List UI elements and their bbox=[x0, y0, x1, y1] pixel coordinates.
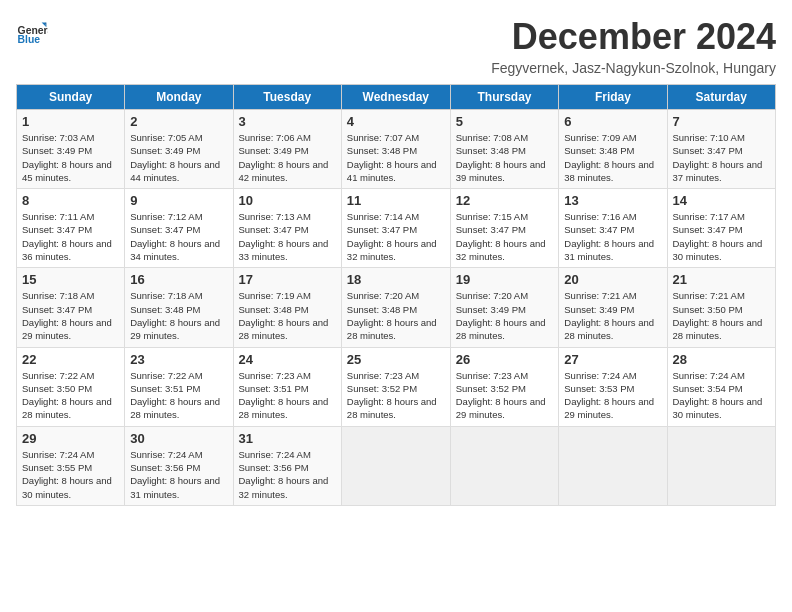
calendar-day-cell bbox=[450, 426, 559, 505]
calendar-day-cell: 28Sunrise: 7:24 AMSunset: 3:54 PMDayligh… bbox=[667, 347, 776, 426]
logo-icon: General Blue bbox=[16, 16, 48, 48]
day-number: 26 bbox=[456, 352, 554, 367]
calendar-day-cell bbox=[559, 426, 667, 505]
calendar-day-cell: 15Sunrise: 7:18 AMSunset: 3:47 PMDayligh… bbox=[17, 268, 125, 347]
calendar-day-cell: 5Sunrise: 7:08 AMSunset: 3:48 PMDaylight… bbox=[450, 110, 559, 189]
day-info: Sunrise: 7:03 AMSunset: 3:49 PMDaylight:… bbox=[22, 131, 119, 184]
day-info: Sunrise: 7:11 AMSunset: 3:47 PMDaylight:… bbox=[22, 210, 119, 263]
day-number: 15 bbox=[22, 272, 119, 287]
day-of-week-header: Monday bbox=[125, 85, 233, 110]
day-info: Sunrise: 7:22 AMSunset: 3:50 PMDaylight:… bbox=[22, 369, 119, 422]
day-number: 27 bbox=[564, 352, 661, 367]
calendar-day-cell: 18Sunrise: 7:20 AMSunset: 3:48 PMDayligh… bbox=[341, 268, 450, 347]
svg-text:Blue: Blue bbox=[18, 34, 41, 45]
day-info: Sunrise: 7:15 AMSunset: 3:47 PMDaylight:… bbox=[456, 210, 554, 263]
day-of-week-header: Wednesday bbox=[341, 85, 450, 110]
day-number: 18 bbox=[347, 272, 445, 287]
day-info: Sunrise: 7:18 AMSunset: 3:48 PMDaylight:… bbox=[130, 289, 227, 342]
calendar-day-cell bbox=[667, 426, 776, 505]
day-of-week-header: Saturday bbox=[667, 85, 776, 110]
calendar-day-cell: 21Sunrise: 7:21 AMSunset: 3:50 PMDayligh… bbox=[667, 268, 776, 347]
day-number: 4 bbox=[347, 114, 445, 129]
day-of-week-header: Thursday bbox=[450, 85, 559, 110]
calendar-day-cell: 25Sunrise: 7:23 AMSunset: 3:52 PMDayligh… bbox=[341, 347, 450, 426]
calendar-day-cell: 31Sunrise: 7:24 AMSunset: 3:56 PMDayligh… bbox=[233, 426, 341, 505]
calendar-body: 1Sunrise: 7:03 AMSunset: 3:49 PMDaylight… bbox=[17, 110, 776, 506]
calendar-day-cell: 11Sunrise: 7:14 AMSunset: 3:47 PMDayligh… bbox=[341, 189, 450, 268]
calendar-day-cell: 4Sunrise: 7:07 AMSunset: 3:48 PMDaylight… bbox=[341, 110, 450, 189]
day-number: 10 bbox=[239, 193, 336, 208]
day-info: Sunrise: 7:22 AMSunset: 3:51 PMDaylight:… bbox=[130, 369, 227, 422]
calendar-week-row: 15Sunrise: 7:18 AMSunset: 3:47 PMDayligh… bbox=[17, 268, 776, 347]
day-info: Sunrise: 7:20 AMSunset: 3:49 PMDaylight:… bbox=[456, 289, 554, 342]
calendar-day-cell bbox=[341, 426, 450, 505]
day-of-week-header: Sunday bbox=[17, 85, 125, 110]
days-of-week-row: SundayMondayTuesdayWednesdayThursdayFrid… bbox=[17, 85, 776, 110]
day-number: 2 bbox=[130, 114, 227, 129]
day-of-week-header: Tuesday bbox=[233, 85, 341, 110]
day-number: 9 bbox=[130, 193, 227, 208]
calendar-day-cell: 19Sunrise: 7:20 AMSunset: 3:49 PMDayligh… bbox=[450, 268, 559, 347]
day-info: Sunrise: 7:23 AMSunset: 3:52 PMDaylight:… bbox=[456, 369, 554, 422]
calendar-day-cell: 30Sunrise: 7:24 AMSunset: 3:56 PMDayligh… bbox=[125, 426, 233, 505]
day-number: 24 bbox=[239, 352, 336, 367]
day-number: 21 bbox=[673, 272, 771, 287]
day-number: 12 bbox=[456, 193, 554, 208]
day-number: 25 bbox=[347, 352, 445, 367]
day-info: Sunrise: 7:24 AMSunset: 3:53 PMDaylight:… bbox=[564, 369, 661, 422]
calendar-subtitle: Fegyvernek, Jasz-Nagykun-Szolnok, Hungar… bbox=[491, 60, 776, 76]
day-number: 13 bbox=[564, 193, 661, 208]
day-number: 20 bbox=[564, 272, 661, 287]
calendar-day-cell: 22Sunrise: 7:22 AMSunset: 3:50 PMDayligh… bbox=[17, 347, 125, 426]
day-info: Sunrise: 7:24 AMSunset: 3:56 PMDaylight:… bbox=[130, 448, 227, 501]
calendar-week-row: 8Sunrise: 7:11 AMSunset: 3:47 PMDaylight… bbox=[17, 189, 776, 268]
calendar-day-cell: 26Sunrise: 7:23 AMSunset: 3:52 PMDayligh… bbox=[450, 347, 559, 426]
day-info: Sunrise: 7:14 AMSunset: 3:47 PMDaylight:… bbox=[347, 210, 445, 263]
title-area: December 2024 Fegyvernek, Jasz-Nagykun-S… bbox=[491, 16, 776, 76]
day-info: Sunrise: 7:21 AMSunset: 3:50 PMDaylight:… bbox=[673, 289, 771, 342]
day-number: 30 bbox=[130, 431, 227, 446]
day-info: Sunrise: 7:05 AMSunset: 3:49 PMDaylight:… bbox=[130, 131, 227, 184]
day-info: Sunrise: 7:12 AMSunset: 3:47 PMDaylight:… bbox=[130, 210, 227, 263]
day-of-week-header: Friday bbox=[559, 85, 667, 110]
calendar-day-cell: 6Sunrise: 7:09 AMSunset: 3:48 PMDaylight… bbox=[559, 110, 667, 189]
day-info: Sunrise: 7:24 AMSunset: 3:55 PMDaylight:… bbox=[22, 448, 119, 501]
logo: General Blue bbox=[16, 16, 50, 48]
day-number: 23 bbox=[130, 352, 227, 367]
calendar-day-cell: 2Sunrise: 7:05 AMSunset: 3:49 PMDaylight… bbox=[125, 110, 233, 189]
day-number: 11 bbox=[347, 193, 445, 208]
calendar-day-cell: 1Sunrise: 7:03 AMSunset: 3:49 PMDaylight… bbox=[17, 110, 125, 189]
day-number: 6 bbox=[564, 114, 661, 129]
day-info: Sunrise: 7:18 AMSunset: 3:47 PMDaylight:… bbox=[22, 289, 119, 342]
day-number: 1 bbox=[22, 114, 119, 129]
calendar-table: SundayMondayTuesdayWednesdayThursdayFrid… bbox=[16, 84, 776, 506]
day-number: 16 bbox=[130, 272, 227, 287]
day-number: 5 bbox=[456, 114, 554, 129]
calendar-week-row: 29Sunrise: 7:24 AMSunset: 3:55 PMDayligh… bbox=[17, 426, 776, 505]
calendar-day-cell: 20Sunrise: 7:21 AMSunset: 3:49 PMDayligh… bbox=[559, 268, 667, 347]
day-info: Sunrise: 7:16 AMSunset: 3:47 PMDaylight:… bbox=[564, 210, 661, 263]
calendar-day-cell: 8Sunrise: 7:11 AMSunset: 3:47 PMDaylight… bbox=[17, 189, 125, 268]
day-number: 8 bbox=[22, 193, 119, 208]
day-info: Sunrise: 7:13 AMSunset: 3:47 PMDaylight:… bbox=[239, 210, 336, 263]
calendar-day-cell: 29Sunrise: 7:24 AMSunset: 3:55 PMDayligh… bbox=[17, 426, 125, 505]
day-info: Sunrise: 7:19 AMSunset: 3:48 PMDaylight:… bbox=[239, 289, 336, 342]
calendar-day-cell: 3Sunrise: 7:06 AMSunset: 3:49 PMDaylight… bbox=[233, 110, 341, 189]
page-header: General Blue December 2024 Fegyvernek, J… bbox=[16, 16, 776, 76]
calendar-day-cell: 13Sunrise: 7:16 AMSunset: 3:47 PMDayligh… bbox=[559, 189, 667, 268]
calendar-day-cell: 16Sunrise: 7:18 AMSunset: 3:48 PMDayligh… bbox=[125, 268, 233, 347]
calendar-day-cell: 23Sunrise: 7:22 AMSunset: 3:51 PMDayligh… bbox=[125, 347, 233, 426]
calendar-day-cell: 24Sunrise: 7:23 AMSunset: 3:51 PMDayligh… bbox=[233, 347, 341, 426]
day-info: Sunrise: 7:10 AMSunset: 3:47 PMDaylight:… bbox=[673, 131, 771, 184]
day-number: 28 bbox=[673, 352, 771, 367]
day-info: Sunrise: 7:23 AMSunset: 3:52 PMDaylight:… bbox=[347, 369, 445, 422]
calendar-day-cell: 7Sunrise: 7:10 AMSunset: 3:47 PMDaylight… bbox=[667, 110, 776, 189]
day-info: Sunrise: 7:08 AMSunset: 3:48 PMDaylight:… bbox=[456, 131, 554, 184]
day-info: Sunrise: 7:06 AMSunset: 3:49 PMDaylight:… bbox=[239, 131, 336, 184]
calendar-week-row: 22Sunrise: 7:22 AMSunset: 3:50 PMDayligh… bbox=[17, 347, 776, 426]
calendar-day-cell: 17Sunrise: 7:19 AMSunset: 3:48 PMDayligh… bbox=[233, 268, 341, 347]
day-number: 29 bbox=[22, 431, 119, 446]
day-info: Sunrise: 7:24 AMSunset: 3:54 PMDaylight:… bbox=[673, 369, 771, 422]
calendar-day-cell: 10Sunrise: 7:13 AMSunset: 3:47 PMDayligh… bbox=[233, 189, 341, 268]
day-number: 3 bbox=[239, 114, 336, 129]
